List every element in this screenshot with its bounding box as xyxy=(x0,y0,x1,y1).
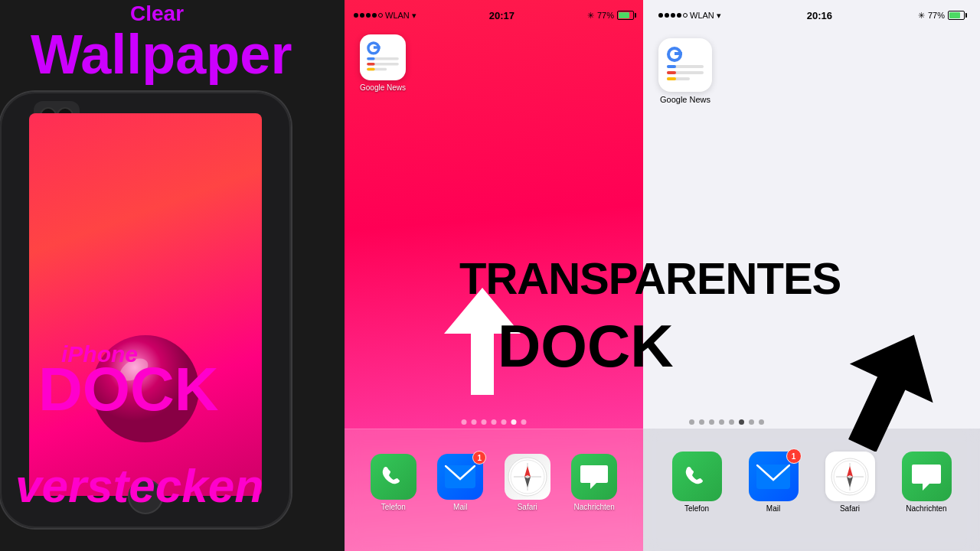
safari-label: Safari xyxy=(518,503,537,511)
battery-percent: 77% xyxy=(597,11,614,20)
page-dot-2 xyxy=(472,419,477,425)
black-arrow xyxy=(842,329,934,455)
svg-rect-29 xyxy=(667,71,676,74)
ipad-mail-icon[interactable]: 1 xyxy=(749,452,799,501)
page-dot-1 xyxy=(462,419,467,425)
mail-badge: 1 xyxy=(472,451,486,465)
battery-tip xyxy=(965,13,967,18)
ipad-dot-pg-4 xyxy=(719,419,724,425)
safari-icon[interactable] xyxy=(505,454,550,500)
ipad-dot-4 xyxy=(677,13,681,18)
mail-label: Mail xyxy=(453,503,467,511)
dock-app-phone[interactable]: Telefon xyxy=(371,454,416,511)
white-arrow xyxy=(444,288,521,398)
ipad-dock-mail[interactable]: 1 Mail xyxy=(749,452,799,513)
messages-icon[interactable] xyxy=(571,454,617,500)
google-news-icon-svg xyxy=(363,37,403,77)
ipad-mail-badge: 1 xyxy=(786,448,802,464)
ipad-dot-pg-5 xyxy=(729,419,734,425)
ipad-safari-icon[interactable] xyxy=(825,452,875,501)
ipad-dot-pg-1 xyxy=(689,419,694,425)
signal-dot-5 xyxy=(378,13,383,18)
svg-marker-20 xyxy=(842,329,934,452)
ipad-status-right: ✳ 77% xyxy=(918,11,965,21)
svg-rect-30 xyxy=(667,77,676,80)
ipad-phone-icon[interactable] xyxy=(672,452,722,501)
battery-icon xyxy=(617,11,634,20)
signal-dot-4 xyxy=(372,13,377,18)
status-time: 20:17 xyxy=(489,10,514,21)
svg-rect-10 xyxy=(367,63,374,65)
iphone-status-bar: WLAN ▾ 20:17 ✳ 77% xyxy=(345,6,643,24)
verstecken-text-label: verstecken xyxy=(15,458,263,513)
google-news-label: Google News xyxy=(360,83,406,92)
signal-dot-2 xyxy=(360,13,364,18)
ipad-google-news-svg xyxy=(662,42,708,88)
ipad-bluetooth-icon: ✳ xyxy=(918,11,925,21)
status-left: WLAN ▾ xyxy=(354,11,416,21)
ipad-dot-pg-8 xyxy=(759,419,764,425)
ipad-status-left: WLAN ▾ xyxy=(658,11,721,21)
page-dot-3 xyxy=(482,419,487,425)
phone-icon[interactable] xyxy=(371,454,416,500)
dock-app-mail[interactable]: 1 Mail xyxy=(437,454,483,511)
svg-marker-12 xyxy=(444,288,521,395)
iphone-dock: Telefon 1 Mail Safari xyxy=(345,429,643,551)
svg-rect-5 xyxy=(374,46,381,48)
ipad-battery-percent: 77% xyxy=(928,11,945,20)
ipad-google-news-label: Google News xyxy=(658,95,712,104)
ipad-dot-pg-6 xyxy=(739,419,744,425)
ipad-messages-label: Nachrichten xyxy=(906,504,946,513)
phone-label: Telefon xyxy=(381,503,406,511)
ipad-status-bar: WLAN ▾ 20:16 ✳ 77% xyxy=(643,6,980,24)
ipad-status-time: 20:16 xyxy=(807,10,832,21)
google-news-app-area[interactable]: Google News xyxy=(360,34,406,92)
ipad-messages-icon[interactable] xyxy=(902,452,952,501)
left-panel: Clear Wallpaper iPhone DOCK verstecken xyxy=(0,0,345,551)
ipad-dock-messages[interactable]: Nachrichten xyxy=(902,452,952,513)
ipad-wlan-label: WLAN ▾ xyxy=(690,11,721,21)
ipad-safari-label: Safari xyxy=(840,504,860,513)
svg-rect-28 xyxy=(667,65,676,68)
messages-label: Nachrichten xyxy=(574,503,615,511)
ipad-dock-safari[interactable]: Safari xyxy=(825,452,875,513)
wlan-label: WLAN xyxy=(385,11,410,20)
page-dot-6 xyxy=(511,419,517,425)
ipad-dot-pg-2 xyxy=(699,419,704,425)
bluetooth-icon: ✳ xyxy=(587,11,594,21)
ipad-dot-pg-3 xyxy=(709,419,714,425)
dock-app-messages[interactable]: Nachrichten xyxy=(571,454,617,511)
wallpaper-text-label: Wallpaper xyxy=(31,23,292,86)
ipad-phone-label: Telefon xyxy=(684,504,709,513)
page-dots xyxy=(462,419,527,425)
ipad-dot-2 xyxy=(665,13,669,18)
svg-rect-11 xyxy=(367,68,374,70)
battery-fill xyxy=(619,12,629,18)
signal-dot-1 xyxy=(354,13,358,18)
ipad-dock-phone[interactable]: Telefon xyxy=(672,452,722,513)
ipad-page-dots xyxy=(689,419,764,425)
ipad-dot-1 xyxy=(658,13,663,18)
page-dot-4 xyxy=(492,419,497,425)
svg-rect-24 xyxy=(675,52,682,55)
dock-text-label: DOCK xyxy=(38,354,219,425)
page-dot-5 xyxy=(501,419,507,425)
page-dot-7 xyxy=(521,419,527,425)
ipad-google-news-icon[interactable] xyxy=(658,38,712,92)
status-right: ✳ 77% xyxy=(587,11,634,21)
ipad-dot-3 xyxy=(671,13,675,18)
mail-icon[interactable]: 1 xyxy=(437,454,483,500)
middle-iphone-screenshot: WLAN ▾ 20:17 ✳ 77% xyxy=(345,0,643,551)
ipad-google-news-app-area[interactable]: Google News xyxy=(658,38,712,104)
dock-app-safari[interactable]: Safari xyxy=(505,454,550,511)
signal-dots xyxy=(354,13,383,18)
ipad-battery-icon xyxy=(948,11,965,20)
ipad-mail-label: Mail xyxy=(766,504,780,513)
iphone-screen xyxy=(29,113,262,496)
wifi-icon: ▾ xyxy=(412,11,416,21)
ipad-dot-pg-7 xyxy=(749,419,754,425)
google-news-app-icon[interactable] xyxy=(360,34,406,80)
ipad-battery-fill xyxy=(949,12,960,18)
svg-rect-9 xyxy=(367,57,374,60)
ipad-dot-5 xyxy=(683,13,688,18)
